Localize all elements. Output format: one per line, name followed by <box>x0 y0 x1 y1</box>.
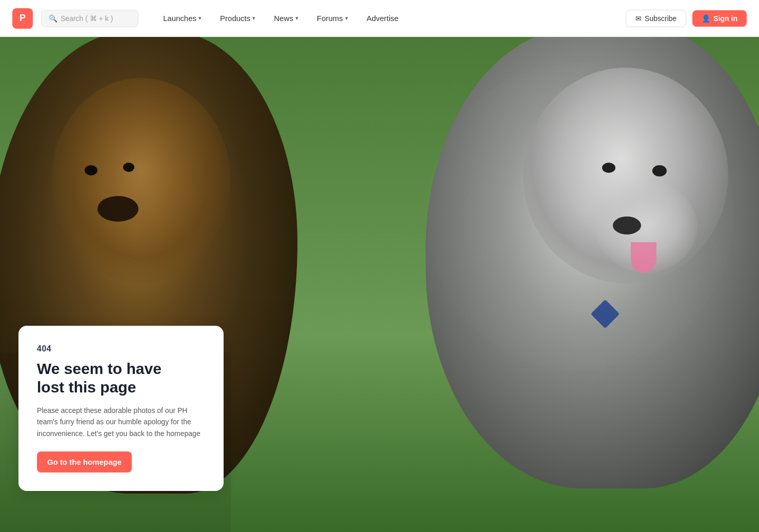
nav-products-label: Products <box>220 14 250 23</box>
chevron-down-icon: ▾ <box>198 15 202 22</box>
chevron-down-icon: ▾ <box>345 15 348 22</box>
nav-launches-label: Launches <box>163 14 196 23</box>
subscribe-button[interactable]: ✉ Subscribe <box>626 10 686 27</box>
subscribe-icon: ✉ <box>635 14 642 23</box>
chevron-down-icon: ▾ <box>295 15 298 22</box>
nav-link-launches[interactable]: Launches ▾ <box>155 10 210 27</box>
nav-link-news[interactable]: News ▾ <box>266 10 307 27</box>
subscribe-label: Subscribe <box>645 14 676 23</box>
chevron-down-icon: ▾ <box>252 15 255 22</box>
signin-label: Sign in <box>713 14 737 23</box>
logo-letter: P <box>19 13 26 24</box>
nav-right-actions: ✉ Subscribe 👤 Sign in <box>626 10 747 27</box>
dog-left-fur <box>26 63 282 319</box>
navbar: P 🔍 Search ( ⌘ + k ) Launches ▾ Products… <box>0 0 759 37</box>
nav-links: Launches ▾ Products ▾ News ▾ Forums ▾ Ad… <box>155 10 622 27</box>
homepage-button[interactable]: Go to the homepage <box>37 451 132 472</box>
error-code: 404 <box>37 344 205 353</box>
search-icon: 🔍 <box>49 14 57 23</box>
search-bar[interactable]: 🔍 Search ( ⌘ + k ) <box>41 10 138 27</box>
nav-link-products[interactable]: Products ▾ <box>212 10 264 27</box>
error-title-line2: lost this page <box>37 379 136 396</box>
homepage-button-label: Go to the homepage <box>47 458 122 466</box>
error-card: 404 We seem to have lost this page Pleas… <box>18 326 224 491</box>
nav-forums-label: Forums <box>317 14 343 23</box>
nav-advertise-label: Advertise <box>367 14 399 23</box>
nav-link-forums[interactable]: Forums ▾ <box>309 10 356 27</box>
error-description: Please accept these adorable photos of o… <box>37 405 205 439</box>
nav-news-label: News <box>274 14 293 23</box>
dog-right-fur <box>426 63 733 370</box>
nav-link-advertise[interactable]: Advertise <box>358 10 407 27</box>
search-placeholder: Search ( ⌘ + k ) <box>61 14 113 23</box>
user-icon: 👤 <box>702 14 710 23</box>
error-title: We seem to have lost this page <box>37 360 205 397</box>
dog-right-container <box>297 37 759 532</box>
site-logo[interactable]: P <box>12 8 33 29</box>
signin-button[interactable]: 👤 Sign in <box>692 10 747 27</box>
error-title-line1: We seem to have <box>37 360 162 377</box>
